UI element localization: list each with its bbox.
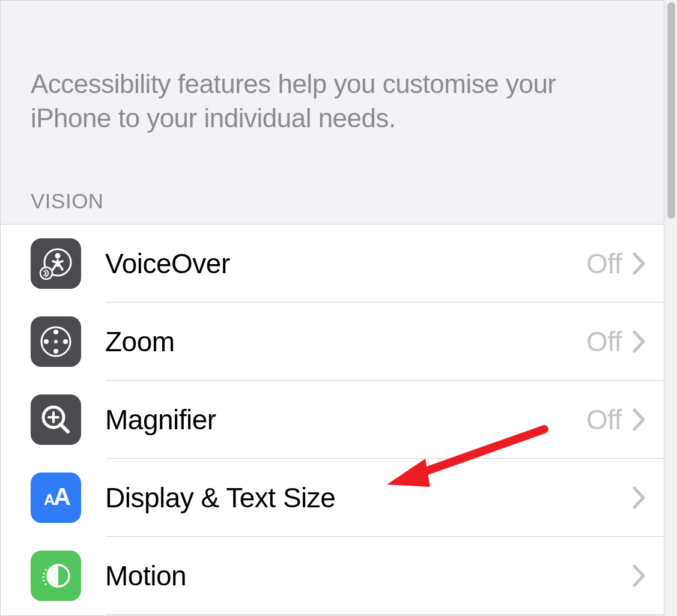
row-display-text-size[interactable]: A A Display & Text Size — [1, 459, 664, 537]
svg-point-17 — [44, 569, 46, 571]
chevron-right-icon — [633, 408, 646, 431]
row-label: Motion — [105, 560, 622, 592]
textsize-icon: A A — [31, 473, 81, 523]
svg-point-6 — [53, 349, 58, 354]
chevron-right-icon — [633, 330, 646, 353]
settings-list: VoiceOver Off Zoom Off — [1, 224, 664, 615]
row-label: Display & Text Size — [105, 482, 622, 514]
row-zoom[interactable]: Zoom Off — [1, 303, 664, 381]
row-value: Off — [586, 325, 622, 358]
chevron-right-icon — [633, 486, 646, 509]
svg-text:A: A — [53, 483, 71, 510]
row-value: Off — [586, 247, 622, 280]
row-value: Off — [586, 403, 622, 436]
header-block: Accessibility features help you customis… — [1, 1, 664, 153]
svg-point-1 — [55, 253, 61, 259]
zoom-icon — [31, 316, 81, 367]
svg-point-18 — [43, 573, 44, 575]
scrollbar[interactable] — [665, 0, 677, 616]
svg-point-20 — [43, 580, 44, 582]
svg-line-11 — [61, 424, 68, 432]
row-motion[interactable]: Motion — [1, 537, 664, 615]
row-label: Magnifier — [105, 403, 586, 436]
settings-panel: Accessibility features help you customis… — [0, 0, 664, 616]
row-magnifier[interactable]: Magnifier Off — [1, 381, 664, 459]
row-label: Zoom — [105, 325, 586, 358]
magnifier-icon — [31, 394, 81, 445]
voiceover-icon — [31, 238, 81, 289]
chevron-right-icon — [633, 252, 646, 275]
svg-point-8 — [63, 339, 68, 344]
row-voiceover[interactable]: VoiceOver Off — [1, 225, 664, 303]
row-label: VoiceOver — [105, 247, 586, 280]
svg-point-9 — [54, 340, 58, 343]
svg-point-7 — [44, 339, 49, 344]
scrollbar-thumb[interactable] — [667, 2, 675, 219]
svg-point-21 — [44, 584, 46, 585]
chevron-right-icon — [633, 564, 646, 587]
svg-point-19 — [42, 576, 44, 578]
section-header: VISION — [1, 153, 664, 224]
section-title: VISION — [31, 189, 634, 213]
header-description: Accessibility features help you customis… — [31, 67, 634, 135]
svg-point-5 — [53, 330, 58, 334]
motion-icon — [31, 551, 81, 601]
